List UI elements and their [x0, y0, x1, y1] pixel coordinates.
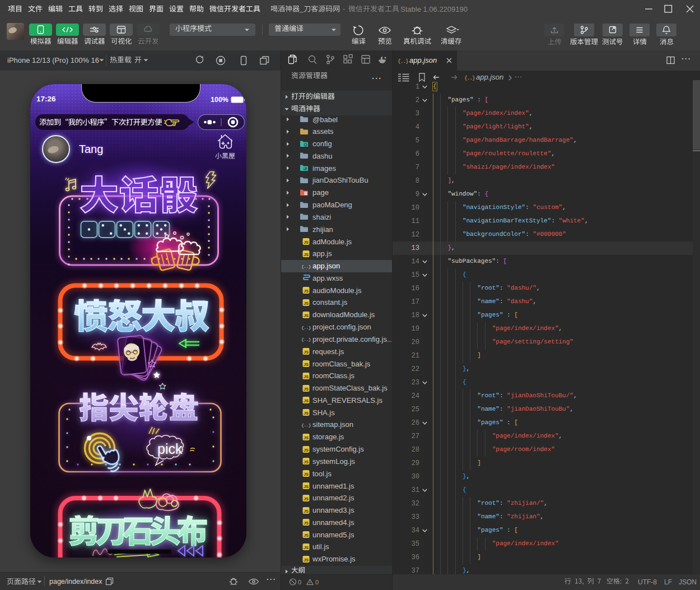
svg-text:JS: JS [304, 448, 309, 453]
svg-text:JS: JS [304, 301, 309, 306]
svg-text:{..}: {..} [301, 337, 311, 342]
svg-text:JS: JS [304, 521, 309, 526]
svg-text:0: 0 [315, 579, 319, 586]
svg-text:JS: JS [304, 533, 309, 538]
svg-text:JS: JS [304, 362, 309, 367]
svg-text:JS: JS [304, 252, 309, 257]
svg-text:0: 0 [298, 579, 301, 586]
svg-text:JS: JS [304, 411, 309, 416]
svg-text:{..}: {..} [301, 422, 311, 428]
svg-text:{..}: {..} [301, 264, 311, 269]
svg-text:JS: JS [304, 350, 309, 355]
svg-text:JS: JS [304, 289, 309, 294]
svg-text:JS: JS [304, 545, 309, 550]
svg-text:{..}: {..} [301, 325, 311, 330]
svg-text:JS: JS [304, 459, 309, 464]
svg-text:JS: JS [304, 509, 309, 514]
svg-text:{..}: {..} [398, 58, 408, 64]
svg-text:JS: JS [304, 374, 309, 379]
svg-text:JS: JS [304, 558, 309, 563]
svg-text:JS: JS [304, 387, 309, 392]
svg-text:JS: JS [304, 398, 309, 403]
svg-text:JS: JS [304, 240, 309, 245]
svg-text:JS: JS [304, 496, 309, 501]
svg-text:JS: JS [304, 484, 309, 489]
svg-text:JS: JS [304, 313, 309, 318]
svg-text:{..}: {..} [464, 75, 475, 81]
svg-text:JS: JS [304, 435, 309, 440]
svg-text:JS: JS [304, 472, 309, 477]
